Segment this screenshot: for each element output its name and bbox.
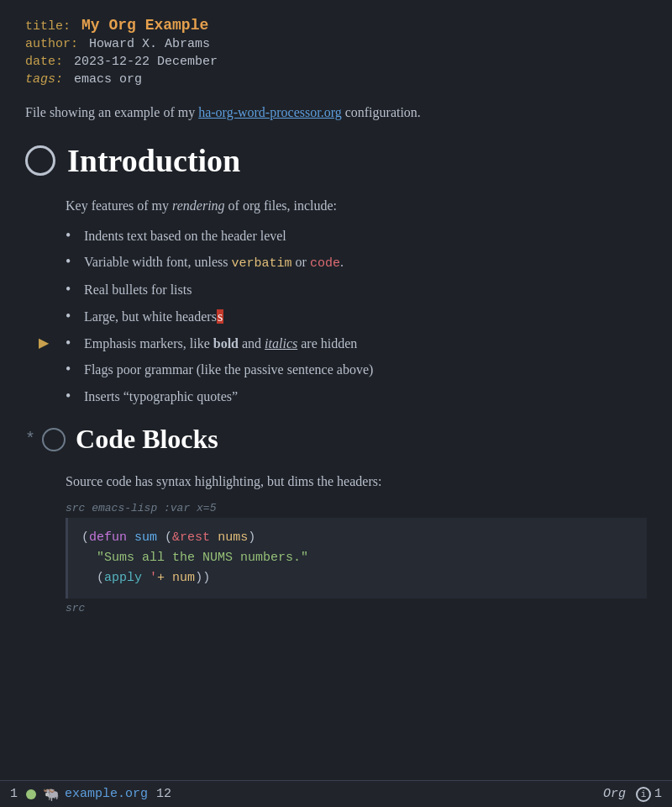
heading2-circle-icon: [42, 428, 66, 451]
code-line-3: (apply '+ num)): [81, 568, 633, 588]
status-info-block: i 1: [636, 787, 662, 802]
list-item-emphasis: ▶ Emphasis markers, like bold and italic…: [66, 333, 647, 355]
section1-bullet-list: Indents text based on the header level V…: [66, 225, 647, 408]
tags-key: tags:: [25, 72, 63, 87]
status-column: 12: [156, 787, 171, 801]
list-item: Inserts “typographic quotes”: [66, 386, 647, 408]
heading1-circle-icon: [25, 145, 55, 176]
meta-block: title: My Org Example author: Howard X. …: [25, 17, 647, 87]
section2-body: Source code has syntax highlighting, but…: [66, 470, 647, 493]
code-block-start-label: src emacs-lisp :var x=5: [66, 502, 647, 514]
section1-heading: Introduction: [25, 142, 647, 179]
italic-example: italics: [265, 336, 297, 351]
code-block-end-label: src: [66, 602, 647, 614]
body-text-before: Key features of my: [66, 198, 172, 213]
heading2-prefix: *: [25, 430, 35, 449]
list-item: Real bullets for lists: [66, 279, 647, 301]
code-block-wrapper: src emacs-lisp :var x=5 (defun sum (&res…: [66, 502, 647, 614]
text-cursor: s: [217, 309, 223, 324]
meta-author-line: author: Howard X. Abrams: [25, 37, 647, 51]
heading2-text: Code Blocks: [76, 424, 218, 455]
content-area: title: My Org Example author: Howard X. …: [0, 0, 672, 699]
tags-value: emacs org: [74, 72, 142, 87]
list-item: Flags poor grammar (like the passive sen…: [66, 359, 647, 381]
date-value: 2023-12-22 December: [74, 55, 218, 69]
status-mode: Org: [603, 787, 626, 801]
title-key: title:: [25, 19, 71, 34]
code-line-2: "Sums all the NUMS numbers.": [81, 548, 633, 568]
status-bar: 1 🐃 example.org 12 Org i 1: [0, 780, 672, 807]
title-value: My Org Example: [81, 17, 208, 34]
status-line-number: 1: [10, 787, 18, 801]
emacs-icon: 🐃: [43, 786, 60, 803]
section1-body: Key features of my rendering of org file…: [66, 194, 647, 217]
info-circle-icon: i: [636, 787, 651, 802]
meta-tags-line: tags: emacs org: [25, 72, 647, 87]
date-key: date:: [25, 55, 63, 69]
author-value: Howard X. Abrams: [89, 37, 210, 51]
intro-text-before: File showing an example of my: [25, 105, 198, 119]
code-text: code: [310, 256, 340, 271]
code-line-1: (defun sum (&rest nums): [81, 528, 633, 548]
section2-heading: * Code Blocks: [25, 424, 647, 455]
list-item: Large, but white headerss: [66, 306, 647, 328]
intro-text-after: configuration.: [342, 105, 421, 119]
intro-link[interactable]: ha-org-word-processor.org: [198, 105, 341, 119]
meta-date-line: date: 2023-12-22 December: [25, 55, 647, 69]
intro-paragraph: File showing an example of my ha-org-wor…: [25, 102, 647, 124]
list-item: Indents text based on the header level: [66, 225, 647, 247]
author-key: author:: [25, 37, 78, 51]
heading1-text: Introduction: [67, 142, 240, 179]
status-info-count: 1: [654, 787, 662, 801]
meta-title-line: title: My Org Example: [25, 17, 647, 34]
list-item: Variable width font, unless verbatim or …: [66, 251, 647, 274]
status-filename: example.org: [65, 787, 148, 801]
body-italic: rendering: [172, 198, 225, 213]
code-block: (defun sum (&rest nums) "Sums all the NU…: [66, 518, 647, 599]
verbatim-text: verbatim: [232, 256, 292, 271]
status-dot-icon: [26, 789, 36, 799]
arrow-icon: ▶: [39, 333, 49, 355]
body-text-after: of org files, include:: [225, 198, 337, 213]
bold-example: bold: [213, 336, 239, 351]
